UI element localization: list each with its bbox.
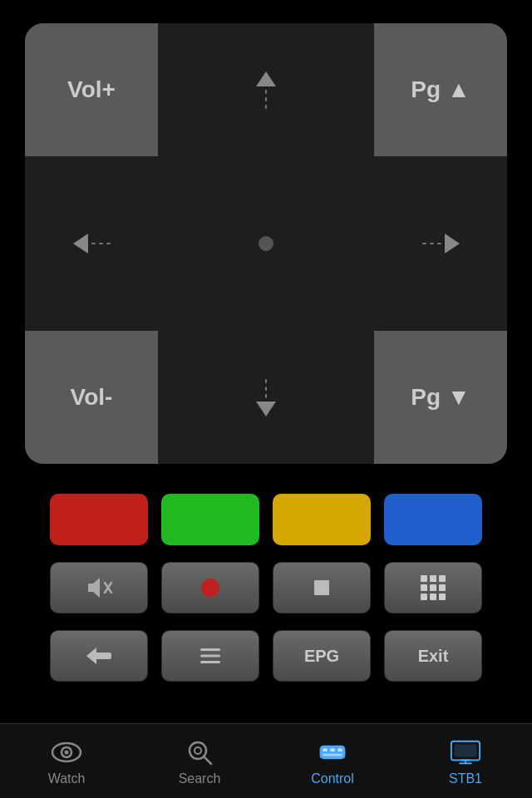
arrow-down-icon [256,401,276,416]
back-button[interactable] [50,630,148,682]
svg-marker-0 [88,578,100,598]
red-button[interactable] [50,494,148,545]
stop-icon [312,578,332,598]
nav-stb[interactable]: STB1 [407,736,524,786]
arrow-right-icon [445,234,460,254]
green-button[interactable] [161,494,259,545]
svg-point-14 [195,747,201,754]
stop-button[interactable] [273,562,371,613]
menu-button[interactable] [161,630,259,682]
pg-down-button[interactable]: Pg ▼ [374,331,507,464]
grid-icon [421,575,446,600]
watch-label: Watch [48,771,86,786]
record-icon [199,576,222,599]
stb-label: STB1 [449,771,482,786]
control-label: Control [311,771,354,786]
dpad-right-button[interactable] [374,156,507,331]
mute-button[interactable] [50,562,148,613]
svg-rect-19 [337,748,342,751]
dpad-center-button[interactable] [158,156,374,331]
watch-icon [51,736,82,768]
svg-line-15 [204,756,211,764]
dpad-down-col [158,331,374,464]
dpad-down-button[interactable] [158,331,374,464]
pg-up-button[interactable]: Pg ▲ [374,23,507,156]
dpad-right-row [374,156,507,331]
svg-rect-4 [314,580,329,595]
vol-plus-button[interactable]: Vol+ [25,23,158,156]
grid-button[interactable] [384,562,482,613]
stb-icon [450,736,481,768]
svg-rect-9 [200,661,220,663]
epg-button[interactable]: EPG [273,630,371,682]
svg-rect-22 [455,744,477,756]
svg-point-12 [65,750,69,754]
svg-rect-17 [323,748,327,751]
exit-button[interactable]: Exit [384,630,482,682]
mute-icon [85,576,113,599]
control-row-1 [25,562,507,613]
svg-rect-6 [95,653,111,659]
arrow-left-icon [73,234,88,254]
svg-rect-16 [320,745,346,758]
menu-icon [199,647,222,665]
dpad-center-dot [259,236,273,251]
dpad-up-button[interactable] [158,23,374,156]
bottom-nav: Watch Search Control [0,723,532,798]
svg-point-3 [201,579,219,597]
color-buttons-row [25,494,507,545]
dpad-up-col [158,23,374,156]
svg-rect-18 [330,748,334,751]
control-icon [317,736,348,768]
svg-rect-7 [200,648,220,651]
dpad-left-button[interactable] [25,156,158,331]
blue-button[interactable] [384,494,482,545]
nav-search[interactable]: Search [141,736,258,786]
nav-watch[interactable]: Watch [8,736,125,786]
dpad-container: Vol+ Pg ▲ [25,23,507,464]
yellow-button[interactable] [273,494,371,545]
svg-rect-20 [323,753,342,756]
nav-control[interactable]: Control [274,736,391,786]
search-icon [184,736,215,768]
svg-rect-8 [200,655,220,658]
record-button[interactable] [161,562,259,613]
arrow-up-icon [256,71,276,86]
dpad-left-row [25,156,158,331]
dpad-grid: Vol+ Pg ▲ [25,23,507,464]
vol-minus-button[interactable]: Vol- [25,331,158,464]
control-row-2: EPG Exit [25,630,507,682]
back-icon [85,644,113,667]
search-label: Search [179,771,221,786]
